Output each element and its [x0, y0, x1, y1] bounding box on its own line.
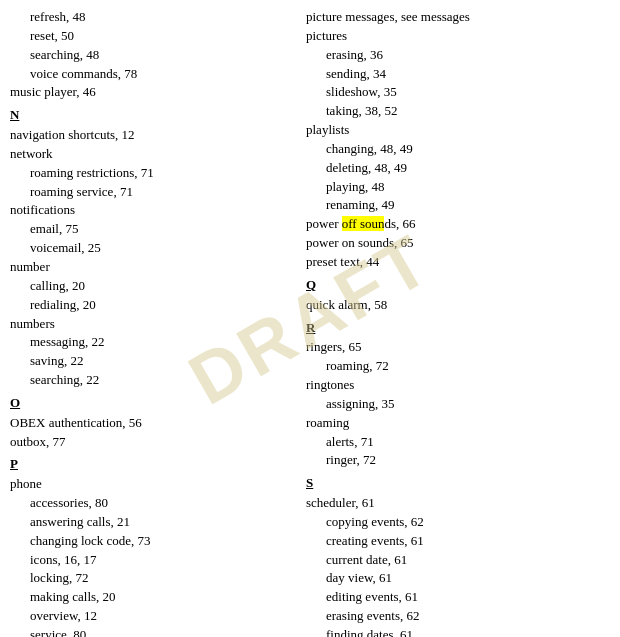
sub-entry: playing, 48 — [306, 178, 610, 197]
sub-entry: overview, 12 — [10, 607, 290, 626]
sub-entry: day view, 61 — [306, 569, 610, 588]
section-letter: R — [306, 319, 610, 338]
top-level-entry: outbox, 77 — [10, 433, 290, 452]
top-level-entry: scheduler, 61 — [306, 494, 610, 513]
sub-entry: searching, 48 — [10, 46, 290, 65]
sub-entry: deleting, 48, 49 — [306, 159, 610, 178]
top-level-entry: ringers, 65 — [306, 338, 610, 357]
sub-entry: changing, 48, 49 — [306, 140, 610, 159]
sub-entry: voice commands, 78 — [10, 65, 290, 84]
sub-entry: icons, 16, 17 — [10, 551, 290, 570]
sub-entry: taking, 38, 52 — [306, 102, 610, 121]
sub-entry: roaming restrictions, 71 — [10, 164, 290, 183]
sub-entry: sending, 34 — [306, 65, 610, 84]
sub-entry: redialing, 20 — [10, 296, 290, 315]
top-level-entry: ringtones — [306, 376, 610, 395]
top-level-entry: playlists — [306, 121, 610, 140]
content-area: refresh, 48reset, 50searching, 48voice c… — [10, 8, 610, 637]
sub-entry: messaging, 22 — [10, 333, 290, 352]
sub-entry: slideshow, 35 — [306, 83, 610, 102]
section-letter: S — [306, 474, 610, 493]
top-level-entry: number — [10, 258, 290, 277]
left-column: refresh, 48reset, 50searching, 48voice c… — [10, 8, 298, 637]
sub-entry: ringer, 72 — [306, 451, 610, 470]
sub-entry: answering calls, 21 — [10, 513, 290, 532]
sub-entry: renaming, 49 — [306, 196, 610, 215]
top-level-entry: music player, 46 — [10, 83, 290, 102]
top-level-entry: power off sounds, 66 — [306, 215, 610, 234]
sub-entry: saving, 22 — [10, 352, 290, 371]
top-level-entry: OBEX authentication, 56 — [10, 414, 290, 433]
section-letter: P — [10, 455, 290, 474]
sub-entry: roaming service, 71 — [10, 183, 290, 202]
sub-entry: erasing, 36 — [306, 46, 610, 65]
top-level-entry: notifications — [10, 201, 290, 220]
top-level-entry: roaming — [306, 414, 610, 433]
section-letter: Q — [306, 276, 610, 295]
sub-entry: searching, 22 — [10, 371, 290, 390]
sub-entry: refresh, 48 — [10, 8, 290, 27]
top-level-entry: numbers — [10, 315, 290, 334]
top-level-entry: picture messages, see messages — [306, 8, 610, 27]
sub-entry: erasing events, 62 — [306, 607, 610, 626]
section-letter: O — [10, 394, 290, 413]
sub-entry: accessories, 80 — [10, 494, 290, 513]
sub-entry: locking, 72 — [10, 569, 290, 588]
sub-entry: calling, 20 — [10, 277, 290, 296]
sub-entry: making calls, 20 — [10, 588, 290, 607]
sub-entry: current date, 61 — [306, 551, 610, 570]
top-level-entry: preset text, 44 — [306, 253, 610, 272]
top-level-entry: navigation shortcuts, 12 — [10, 126, 290, 145]
sub-entry: copying events, 62 — [306, 513, 610, 532]
top-level-entry: phone — [10, 475, 290, 494]
sub-entry: editing events, 61 — [306, 588, 610, 607]
top-level-entry: network — [10, 145, 290, 164]
section-letter: N — [10, 106, 290, 125]
top-level-entry: pictures — [306, 27, 610, 46]
sub-entry: changing lock code, 73 — [10, 532, 290, 551]
sub-entry: reset, 50 — [10, 27, 290, 46]
sub-entry: service, 80 — [10, 626, 290, 637]
sub-entry: assigning, 35 — [306, 395, 610, 414]
top-level-entry: power on sounds, 65 — [306, 234, 610, 253]
sub-entry: voicemail, 25 — [10, 239, 290, 258]
sub-entry: creating events, 61 — [306, 532, 610, 551]
page-container: refresh, 48reset, 50searching, 48voice c… — [0, 0, 620, 637]
sub-entry: finding dates, 61 — [306, 626, 610, 637]
sub-entry: email, 75 — [10, 220, 290, 239]
top-level-entry: quick alarm, 58 — [306, 296, 610, 315]
sub-entry: alerts, 71 — [306, 433, 610, 452]
sub-entry: roaming, 72 — [306, 357, 610, 376]
right-column: picture messages, see messagespictureser… — [298, 8, 610, 637]
